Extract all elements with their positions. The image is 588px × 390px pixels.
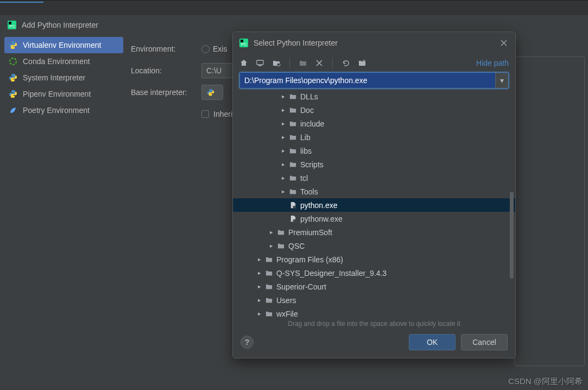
poetry-icon (9, 106, 17, 115)
tree-folder[interactable]: include (233, 117, 515, 130)
tree-node-label: PremiumSoft (288, 228, 332, 237)
tree-folder[interactable]: Tools (233, 185, 515, 198)
expand-arrow-icon[interactable] (280, 174, 287, 181)
expand-arrow-icon[interactable] (268, 229, 275, 236)
sidebar-item-system-interpreter[interactable]: System Interpreter (4, 70, 123, 86)
sidebar-item-label: Poetry Environment (23, 106, 90, 115)
folder-icon (264, 282, 273, 291)
tree-file[interactable]: ?pythonw.exe (233, 212, 515, 225)
conda-icon (9, 57, 17, 66)
expand-arrow-icon[interactable] (280, 134, 287, 141)
expand-arrow-icon[interactable] (280, 188, 287, 195)
home-icon[interactable] (239, 59, 248, 67)
inherit-checkbox[interactable] (201, 110, 209, 118)
svg-rect-8 (258, 65, 262, 66)
outer-titlebar (0, 0, 588, 15)
folder-icon (288, 160, 297, 169)
expand-arrow-icon[interactable] (280, 161, 287, 168)
tree-folder[interactable]: libs (233, 144, 515, 158)
drop-hint: Drag and drop a file into the space abov… (233, 317, 515, 329)
expand-arrow-icon[interactable] (268, 242, 275, 249)
hide-path-link[interactable]: Hide path (476, 59, 509, 67)
tree-file[interactable]: ?python.exe (233, 198, 515, 212)
scrollbar-thumb[interactable] (510, 192, 514, 279)
path-input[interactable]: D:\Program Files\opencv\python.exe (240, 73, 495, 88)
tree-folder[interactable]: Doc (233, 103, 515, 117)
tree-node-label: Program Files (x86) (276, 255, 343, 264)
environment-label: Environment: (131, 45, 201, 53)
tree-node-label: libs (300, 147, 312, 155)
titlebar-accent (0, 2, 43, 3)
folder-icon (288, 133, 297, 142)
file-tree[interactable]: DLLsDocincludeLiblibsScriptstclTools?pyt… (233, 89, 515, 317)
new-folder-icon[interactable] (299, 59, 307, 67)
tree-node-label: DLLs (300, 92, 318, 101)
tree-node-label: python.exe (300, 201, 338, 210)
chevron-down-icon[interactable]: ▾ (495, 73, 508, 88)
watermark: CSDN @阿里小阿希 (508, 376, 583, 387)
sidebar-item-conda-environment[interactable]: Conda Environment (4, 53, 123, 70)
location-label: Location: (131, 66, 201, 75)
inner-dialog-title: Select Python Interpreter (254, 39, 338, 47)
show-hidden-icon[interactable] (358, 59, 366, 67)
tree-folder[interactable]: Users (233, 293, 515, 307)
tree-node-label: QSC (288, 242, 305, 250)
svg-text:PC: PC (241, 42, 247, 47)
sidebar-item-pipenv-environment[interactable]: Pipenv Environment (4, 86, 123, 102)
expand-arrow-icon[interactable] (256, 256, 263, 263)
folder-icon (264, 269, 273, 278)
tree-folder[interactable]: Lib (233, 130, 515, 144)
tree-node-label: Doc (300, 106, 314, 115)
interpreter-type-sidebar: Virtualenv EnvironmentConda EnvironmentS… (0, 35, 128, 390)
cancel-button[interactable]: Cancel (461, 334, 508, 350)
folder-icon (288, 119, 297, 128)
tree-node-label: Q-SYS_Designer_Installer_9.4.3 (276, 269, 387, 278)
sidebar-item-label: System Interpreter (23, 73, 85, 82)
tree-folder[interactable]: DLLs (233, 90, 515, 103)
folder-icon (288, 187, 297, 196)
sidebar-item-poetry-environment[interactable]: Poetry Environment (4, 102, 123, 118)
delete-icon[interactable] (315, 59, 324, 67)
tree-folder[interactable]: Superior-Court (233, 280, 515, 293)
expand-arrow-icon[interactable] (256, 283, 263, 290)
tree-node-label: Scripts (300, 160, 324, 169)
svg-text:?: ? (293, 219, 295, 222)
select-interpreter-dialog: PC Select Python Interpreter Hide path D… (232, 32, 516, 358)
ok-button[interactable]: OK (409, 334, 456, 350)
file-icon: ? (288, 201, 297, 210)
tree-folder[interactable]: Scripts (233, 158, 515, 171)
desktop-icon[interactable] (256, 59, 264, 67)
svg-point-3 (10, 58, 16, 65)
file-chooser-toolbar: Hide path (233, 54, 515, 72)
tree-node-label: pythonw.exe (300, 215, 343, 223)
help-button[interactable]: ? (241, 336, 254, 349)
sidebar-item-virtualenv-environment[interactable]: Virtualenv Environment (4, 37, 123, 53)
environment-existing-radio[interactable] (201, 45, 210, 53)
close-icon[interactable] (499, 38, 509, 48)
base-interpreter-dropdown[interactable] (201, 85, 223, 100)
expand-arrow-icon[interactable] (280, 93, 287, 100)
expand-arrow-icon[interactable] (256, 297, 263, 304)
tree-folder[interactable]: wxFile (233, 307, 515, 317)
tree-node-label: Tools (300, 187, 318, 196)
svg-text:?: ? (293, 206, 295, 209)
tree-folder[interactable]: QSC (233, 239, 515, 253)
tree-folder[interactable]: Program Files (x86) (233, 253, 515, 266)
tree-folder[interactable]: PremiumSoft (233, 225, 515, 239)
refresh-icon[interactable] (342, 59, 350, 67)
tree-folder[interactable]: Q-SYS_Designer_Installer_9.4.3 (233, 266, 515, 280)
expand-arrow-icon[interactable] (280, 147, 287, 154)
tree-folder[interactable]: tcl (233, 171, 515, 185)
python-icon (9, 41, 17, 49)
expand-arrow-icon[interactable] (280, 120, 287, 127)
expand-arrow-icon[interactable] (256, 310, 263, 317)
sidebar-item-label: Conda Environment (23, 57, 90, 66)
expand-arrow-icon[interactable] (280, 106, 287, 114)
path-combobox[interactable]: D:\Program Files\opencv\python.exe ▾ (239, 72, 509, 89)
tree-node-label: include (300, 119, 324, 128)
svg-text:PC: PC (9, 24, 15, 29)
project-icon[interactable] (272, 59, 281, 67)
inner-dialog-header[interactable]: PC Select Python Interpreter (233, 32, 515, 54)
pycharm-icon: PC (239, 39, 248, 47)
expand-arrow-icon[interactable] (256, 269, 263, 276)
